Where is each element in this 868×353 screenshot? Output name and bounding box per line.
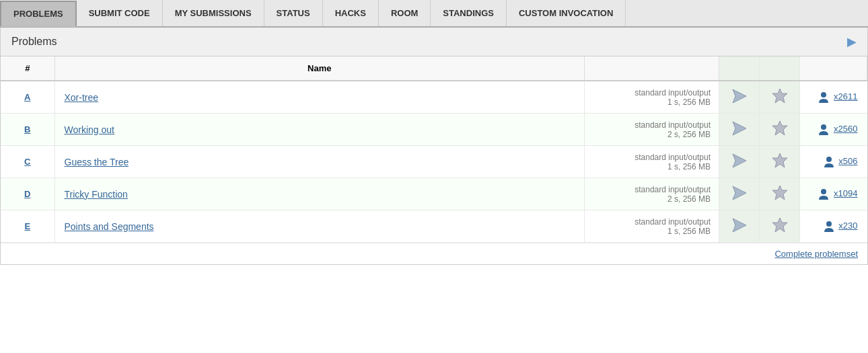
problem-solved-cell: x2611 (800, 81, 867, 114)
send-icon (730, 151, 749, 170)
problem-letter-cell: E (1, 210, 55, 243)
problem-io-text: standard input/output (635, 88, 711, 97)
problem-letter-link[interactable]: D (24, 189, 30, 199)
person-icon (818, 188, 830, 200)
complete-problemset-link[interactable]: Complete problemset (774, 249, 858, 259)
problem-time-text: 1 s, 256 MB (667, 97, 711, 107)
problem-letter-cell: B (1, 114, 55, 146)
problem-star-cell[interactable] (760, 114, 800, 146)
nav-my-submissions[interactable]: MY SUBMISSIONS (163, 0, 264, 26)
nav-room[interactable]: ROOM (379, 0, 431, 26)
nav-submit-code[interactable]: SUBMIT CODE (77, 0, 163, 26)
svg-marker-3 (733, 122, 746, 135)
problem-name-cell: Working out (55, 114, 585, 146)
problem-io-text: standard input/output (635, 153, 711, 162)
problem-star-cell[interactable] (760, 178, 800, 210)
problem-io-text: standard input/output (635, 217, 711, 227)
problem-star-cell[interactable] (760, 210, 800, 243)
problem-letter-cell: D (1, 178, 55, 210)
problem-solved-link[interactable]: x230 (838, 221, 857, 231)
svg-point-5 (821, 124, 826, 130)
svg-point-14 (826, 221, 832, 227)
col-header-num: # (1, 56, 55, 81)
problem-time-text: 1 s, 256 MB (667, 162, 711, 171)
problem-send-cell[interactable] (719, 81, 760, 114)
problem-letter-link[interactable]: B (24, 124, 30, 134)
star-icon (770, 119, 789, 138)
problem-solved-cell: x230 (800, 210, 867, 243)
problem-solved-link[interactable]: x506 (838, 156, 857, 166)
problem-star-cell[interactable] (760, 81, 800, 114)
svg-marker-12 (733, 219, 746, 232)
problem-letter-link[interactable]: A (24, 92, 30, 102)
person-icon (818, 91, 830, 104)
problem-letter-cell: A (1, 81, 55, 114)
problem-solved-cell: x506 (800, 146, 867, 178)
problem-send-cell[interactable] (719, 210, 760, 243)
svg-marker-4 (772, 121, 787, 135)
svg-marker-10 (772, 186, 787, 200)
panel-header: Problems ▶ (1, 28, 867, 56)
problem-send-cell[interactable] (719, 146, 760, 178)
svg-point-11 (821, 189, 826, 194)
problem-io-cell: standard input/output 2 s, 256 MB (585, 178, 719, 210)
table-row: C Guess the Tree standard input/output 1… (1, 146, 867, 178)
table-row: A Xor-tree standard input/output 1 s, 25… (1, 81, 867, 114)
col-header-solved (800, 56, 867, 81)
navigation: PROBLEMS SUBMIT CODE MY SUBMISSIONS STAT… (0, 0, 868, 28)
problem-time-text: 2 s, 256 MB (667, 194, 711, 204)
star-icon (770, 216, 789, 235)
nav-custom-invocation[interactable]: CUSTOM INVOCATION (507, 0, 626, 26)
nav-standings[interactable]: STANDINGS (431, 0, 507, 26)
table-row: E Points and Segments standard input/out… (1, 210, 867, 243)
problem-io-cell: standard input/output 1 s, 256 MB (585, 146, 719, 178)
panel-title: Problems (11, 36, 57, 48)
problem-name-link[interactable]: Guess the Tree (65, 157, 129, 167)
footer-complete: Complete problemset (1, 243, 867, 264)
problem-solved-link[interactable]: x1094 (834, 188, 857, 198)
problem-solved-link[interactable]: x2611 (834, 91, 857, 102)
send-icon (730, 184, 749, 202)
problem-name-link[interactable]: Xor-tree (65, 92, 99, 103)
problem-letter-link[interactable]: C (24, 157, 30, 167)
star-icon (770, 151, 789, 170)
person-icon (818, 124, 830, 136)
col-header-io (585, 56, 719, 81)
person-icon (823, 156, 835, 168)
problem-io-cell: standard input/output 1 s, 256 MB (585, 210, 719, 243)
col-header-send (719, 56, 760, 81)
table-row: B Working out standard input/output 2 s,… (1, 114, 867, 146)
problem-name-cell: Xor-tree (55, 81, 585, 114)
problem-send-cell[interactable] (719, 114, 760, 146)
problem-letter-link[interactable]: E (24, 221, 30, 231)
svg-marker-9 (733, 186, 746, 200)
problem-io-cell: standard input/output 1 s, 256 MB (585, 81, 719, 114)
problem-solved-link[interactable]: x2560 (834, 124, 857, 134)
problem-name-cell: Points and Segments (55, 210, 585, 243)
problem-io-text: standard input/output (635, 185, 711, 194)
svg-point-2 (821, 92, 826, 97)
problem-name-link[interactable]: Working out (65, 124, 114, 135)
svg-marker-6 (733, 154, 746, 167)
problems-panel: Problems ▶ # Name A Xor-tree standard in… (0, 28, 868, 265)
problems-table: # Name A Xor-tree standard input/output … (1, 56, 867, 243)
person-icon (823, 221, 835, 233)
problem-star-cell[interactable] (760, 146, 800, 178)
problem-io-cell: standard input/output 2 s, 256 MB (585, 114, 719, 146)
problem-time-text: 1 s, 256 MB (667, 227, 711, 236)
problem-send-cell[interactable] (719, 178, 760, 210)
problem-time-text: 2 s, 256 MB (667, 130, 711, 139)
problem-name-cell: Tricky Function (55, 178, 585, 210)
problem-name-link[interactable]: Points and Segments (65, 221, 154, 232)
nav-hacks[interactable]: HACKS (323, 0, 379, 26)
problem-name-link[interactable]: Tricky Function (65, 189, 128, 200)
nav-problems[interactable]: PROBLEMS (0, 1, 77, 27)
svg-point-8 (826, 157, 832, 162)
panel-arrow-icon: ▶ (847, 34, 857, 49)
problem-io-text: standard input/output (635, 120, 711, 130)
star-icon (770, 184, 789, 202)
problem-solved-cell: x2560 (800, 114, 867, 146)
send-icon (730, 87, 749, 106)
problem-letter-cell: C (1, 146, 55, 178)
nav-status[interactable]: STATUS (264, 0, 323, 26)
